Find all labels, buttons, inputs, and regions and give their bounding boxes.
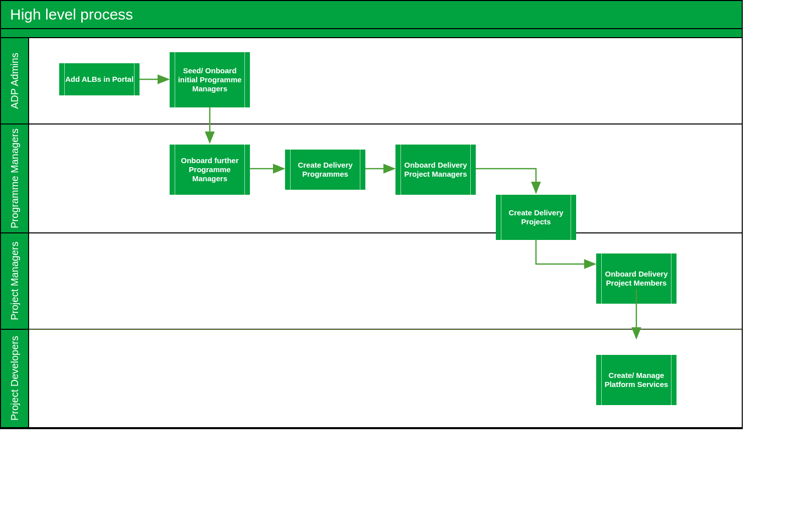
lane-label-project-managers: Project Managers <box>1 233 29 329</box>
process-diagram: High level process ADP Admins Add ALBs i… <box>0 0 743 429</box>
lane-project-managers: Project Managers Onboard Delivery Projec… <box>1 233 742 330</box>
node-label: Create Delivery Programmes <box>288 161 362 179</box>
lane-project-developers: Project Developers Create/ Manage Platfo… <box>1 330 742 428</box>
diagram-title: High level process <box>1 1 742 29</box>
node-label: Onboard Delivery Project Members <box>599 270 673 288</box>
node-label: Seed/ Onboard initial Programme Managers <box>173 66 247 93</box>
node-label: Onboard Delivery Project Managers <box>398 161 473 179</box>
node-onboard-members: Onboard Delivery Project Members <box>596 253 676 304</box>
node-onboard-further-pm: Onboard further Programme Managers <box>170 145 250 195</box>
swimlanes: ADP Admins Add ALBs in Portal Seed/ Onbo… <box>1 38 742 428</box>
lane-body-adp-admins: Add ALBs in Portal Seed/ Onboard initial… <box>29 38 742 123</box>
node-label: Create/ Manage Platform Services <box>599 371 673 389</box>
lane-programme-managers: Programme Managers Onboard further Progr… <box>1 124 742 233</box>
diagram-subbar <box>1 29 742 38</box>
lane-body-programme-managers: Onboard further Programme Managers Creat… <box>29 124 742 220</box>
lane-body-project-managers: Onboard Delivery Project Members <box>29 233 742 329</box>
node-seed-onboard: Seed/ Onboard initial Programme Managers <box>170 52 250 107</box>
node-label: Create Delivery Projects <box>499 208 573 226</box>
lane-body-project-developers: Create/ Manage Platform Services <box>29 329 742 427</box>
node-create-programmes: Create Delivery Programmes <box>285 150 365 190</box>
node-add-albs: Add ALBs in Portal <box>59 63 140 95</box>
lane-label-programme-managers: Programme Managers <box>1 124 29 232</box>
node-create-services: Create/ Manage Platform Services <box>596 355 676 405</box>
node-label: Onboard further Programme Managers <box>173 156 247 183</box>
node-create-projects: Create Delivery Projects <box>496 195 576 240</box>
lane-label-adp-admins: ADP Admins <box>1 38 29 123</box>
node-label: Add ALBs in Portal <box>65 75 133 84</box>
lane-label-project-developers: Project Developers <box>1 330 29 427</box>
lane-adp-admins: ADP Admins Add ALBs in Portal Seed/ Onbo… <box>1 38 742 124</box>
node-onboard-delivery-pm: Onboard Delivery Project Managers <box>395 145 476 195</box>
